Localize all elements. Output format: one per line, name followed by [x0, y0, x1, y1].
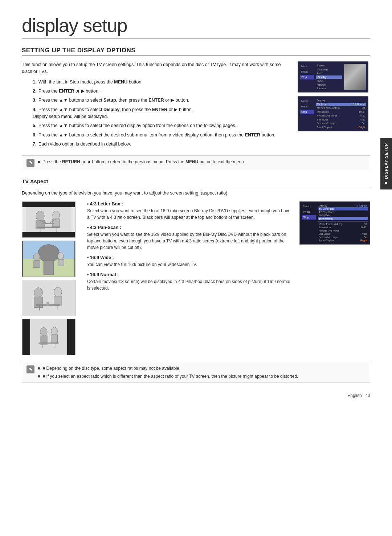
ss2-movieframe: Movie Frame (24Fs)Off	[316, 106, 366, 110]
letterbox-svg	[22, 202, 75, 237]
svg-point-43	[51, 327, 58, 335]
svg-point-18	[38, 245, 60, 262]
setup-content: This function allows you to setup the TV…	[22, 61, 370, 150]
ss1-system: System	[316, 64, 342, 67]
svg-rect-35	[46, 302, 49, 306]
ss3-frontdisplay: Front DisplayBright	[318, 239, 368, 242]
menu-ss3-main: DisplayTV Aspect 4:3 Letter Box 4:3 Pan-…	[318, 204, 368, 242]
svg-rect-27	[22, 280, 75, 316]
ss1-photo: Photo	[300, 69, 314, 74]
bottom-note-1: ■ ■ Depending on the disc type, some asp…	[37, 365, 298, 372]
option-panscan-title: • 4:3 Pan-Scan :	[87, 225, 292, 230]
ss3-still: Still ModeAuto	[318, 232, 368, 236]
ss3-wide: 16:9 Wide	[318, 214, 368, 217]
ss1-language: Language	[316, 68, 342, 71]
option-wide-title: • 16:9 Wide :	[87, 255, 292, 260]
page-title: display setup	[22, 15, 370, 39]
svg-rect-21	[34, 261, 40, 268]
wide-svg	[22, 280, 75, 316]
svg-rect-11	[37, 227, 60, 228]
svg-rect-29	[34, 297, 43, 307]
menu-ss2-inner: Music Photo Stop Display TV Aspect16:9 N…	[300, 99, 366, 129]
svg-rect-38	[22, 319, 75, 355]
menu-ss1-sidebar: Music Photo Stop	[300, 64, 314, 90]
bottom-note-2: ■ ■ If you select an aspect ratio which …	[37, 373, 298, 380]
normal-svg	[22, 319, 75, 355]
svg-rect-42	[40, 336, 47, 345]
side-tab-dot	[385, 182, 388, 184]
ss1-audio: Audio	[316, 71, 342, 75]
ss3-photo: Photo	[302, 209, 316, 214]
ss3-movieframe: Movie Frame (24 Fs)Off	[318, 222, 368, 226]
step-7: 7. Each video option is described in det…	[33, 141, 290, 148]
tv-image-normal	[22, 319, 75, 355]
ss1-music: Music	[300, 64, 314, 69]
aspect-menu-screenshot: Music Photo Stop DisplayTV Aspect 4:3 Le…	[299, 201, 370, 355]
ss3-resolution: Resolution1080i	[318, 226, 368, 229]
svg-point-30	[54, 287, 62, 296]
ss2-frontdisplay: Front DisplayBright	[316, 126, 366, 129]
ss2-music: Music	[300, 99, 314, 103]
svg-point-28	[34, 288, 43, 298]
menu-screenshot-2: Music Photo Stop Display TV Aspect16:9 N…	[298, 96, 368, 131]
menu-ss2-main: Display TV Aspect16:9 Normal Movie Frame…	[316, 99, 366, 129]
tv-aspect-intro: Depending on the type of television you …	[22, 190, 370, 197]
tv-image-wide	[22, 280, 75, 316]
footer-text: English _43	[347, 393, 370, 398]
ss2-still: Still ModeAuto	[316, 118, 366, 121]
setup-right: Music Photo Stop System Language Audio D…	[298, 61, 370, 150]
menu-screenshot-1: Music Photo Stop System Language Audio D…	[298, 61, 368, 93]
option-wide-desc: You can view the full 16:9 picture on yo…	[87, 261, 292, 268]
ss3-letterbox: 4:3 Letter Box	[318, 207, 368, 210]
menu-ss1-main: System Language Audio Display HDMI Netwo…	[316, 64, 342, 90]
step-2: 2. Press the ENTER or ▶ button.	[33, 88, 290, 95]
ss2-resolution: Resolution1080i	[316, 110, 366, 114]
svg-point-20	[33, 253, 40, 261]
ss3-panscan: 4:3 Pan-Scan	[318, 210, 368, 214]
footer: English _43	[22, 392, 370, 398]
svg-point-41	[40, 328, 47, 336]
ss2-progressive: Progressive ModeAuto	[316, 114, 366, 117]
aspect-layout: • 4:3 Letter Box : Select when you want …	[22, 201, 370, 355]
section1-heading: SETTING UP THE DISPLAY OPTIONS	[22, 47, 370, 56]
ss2-tvaspect: TV Aspect16:9 Normal	[316, 103, 366, 106]
menu-ss3-sidebar: Music Photo Stop	[302, 204, 316, 242]
ss3-screenmsg: Screen MessageOn	[318, 236, 368, 239]
ss1-stop: Stop	[300, 75, 314, 79]
ss3-progressive: Progressive Mode	[318, 229, 368, 232]
svg-point-6	[53, 211, 60, 220]
ss3-display: DisplayTV Aspect	[318, 204, 368, 207]
ss3-music: Music	[302, 204, 316, 209]
menu-ss2-sidebar: Music Photo Stop	[300, 99, 314, 129]
ss2-stop: Stop	[300, 110, 314, 114]
step-1: 1. With the unit in Stop mode, press the…	[33, 79, 290, 86]
option-wide: • 16:9 Wide : You can view the full 16:9…	[87, 255, 292, 268]
menu-ss3-inner: Music Photo Stop DisplayTV Aspect 4:3 Le…	[302, 204, 368, 242]
svg-rect-44	[51, 335, 58, 343]
ss3-lower: Movie Frame (24 Fs)Off Resolution1080i P…	[318, 221, 368, 242]
ss2-display: Display	[316, 99, 366, 102]
step-4: 4. Press the ▲▼ buttons to select Displa…	[33, 106, 290, 120]
option-letterbox-desc: Select when you want to see the total 16…	[87, 208, 292, 221]
option-normal-desc: Certain movies(4:3 source) will be displ…	[87, 278, 292, 291]
svg-point-22	[58, 253, 64, 260]
svg-rect-1	[22, 202, 75, 207]
ss1-preview	[344, 64, 366, 90]
option-letterbox-title: • 4:3 Letter Box :	[87, 201, 292, 206]
svg-point-4	[36, 211, 45, 221]
page-container: DISPLAY SETUP display setup SETTING UP T…	[0, 0, 392, 413]
option-letterbox: • 4:3 Letter Box : Select when you want …	[87, 201, 292, 221]
note-icon-2: ✎	[26, 365, 34, 373]
note-text-1: ■ Press the RETURN or ◄ button to return…	[37, 159, 245, 165]
note-box-2: ✎ ■ ■ Depending on the disc type, some a…	[22, 362, 370, 383]
steps-list: 1. With the unit in Stop mode, press the…	[33, 79, 290, 148]
step-6: 6. Press the ▲▼ buttons to select the de…	[33, 132, 290, 139]
setup-left: This function allows you to setup the TV…	[22, 61, 290, 150]
bottom-notes-text: ■ ■ Depending on the disc type, some asp…	[37, 365, 298, 380]
ss2-photo: Photo	[300, 104, 314, 109]
svg-rect-7	[53, 219, 60, 227]
ss2-screenmsg: Screen MessageOn	[316, 122, 366, 125]
ss1-hdmi: HDMI	[316, 79, 342, 82]
step-5: 5. Press the ▲▼ buttons to select the de…	[33, 122, 290, 129]
option-normal-title: • 16:9 Normal :	[87, 272, 292, 277]
